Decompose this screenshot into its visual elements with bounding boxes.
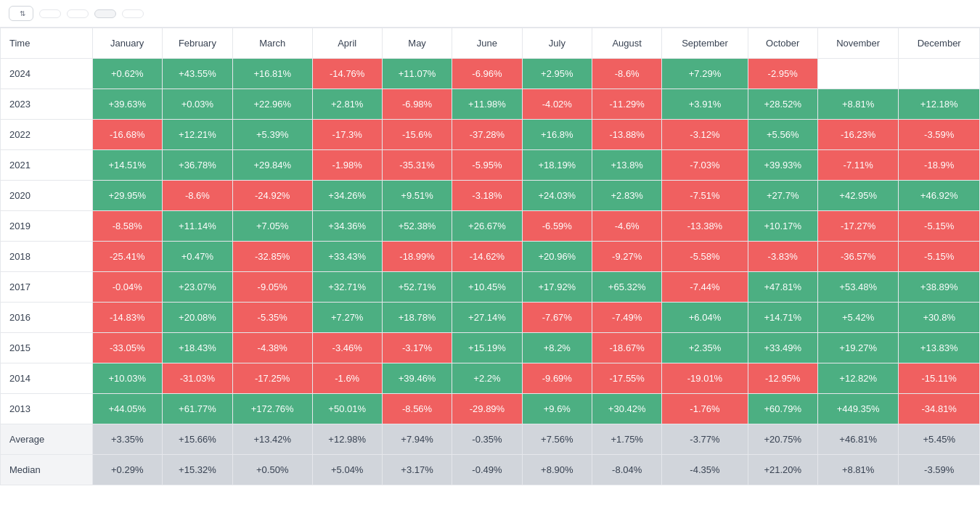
table-cell: -36.57%: [817, 242, 899, 272]
table-cell: +5.39%: [232, 120, 312, 150]
table-cell: -9.27%: [592, 242, 662, 272]
table-cell: -14.62%: [452, 242, 522, 272]
cell-value: -25.41%: [93, 242, 162, 271]
cell-value: +33.43%: [313, 242, 382, 271]
cell-value: +12.98%: [313, 424, 382, 454]
table-cell: +1.75%: [592, 424, 662, 455]
table-cell: +12.98%: [312, 424, 382, 455]
tab-quarterly[interactable]: [122, 9, 144, 18]
cell-value: +11.14%: [163, 211, 232, 241]
cell-value: +27.14%: [452, 303, 521, 332]
cell-value: +43.55%: [163, 59, 232, 89]
table-cell: -7.11%: [817, 150, 899, 181]
cell-value: +12.82%: [818, 363, 899, 393]
cell-value: +2.81%: [313, 89, 382, 119]
cell-value: -14.83%: [93, 303, 162, 332]
cell-value: +5.39%: [233, 120, 312, 149]
cell-value: +18.78%: [383, 303, 452, 332]
table-cell: -34.81%: [899, 394, 980, 424]
row-year-2020: 2020: [1, 181, 93, 211]
cell-value: +65.32%: [592, 272, 661, 302]
table-cell: +19.27%: [817, 333, 899, 363]
table-cell: +11.14%: [162, 211, 232, 242]
table-cell: -6.98%: [382, 89, 452, 120]
table-cell: +43.55%: [162, 59, 232, 89]
table-cell: +449.35%: [817, 394, 899, 424]
table-cell: +5.56%: [748, 120, 817, 150]
table-cell: +0.62%: [92, 59, 162, 89]
table-cell: +27.14%: [452, 303, 522, 333]
col-header-april: April: [312, 28, 382, 59]
cell-value: +22.96%: [233, 89, 312, 119]
table-cell: -25.41%: [92, 242, 162, 272]
table-cell: -37.28%: [452, 120, 522, 150]
cell-value: +12.21%: [163, 120, 232, 149]
table-cell: +26.67%: [452, 211, 522, 242]
cell-value: +18.43%: [163, 333, 232, 363]
table-cell: -5.58%: [662, 242, 748, 272]
table-cell: -16.68%: [92, 120, 162, 150]
table-cell: +16.8%: [522, 120, 592, 150]
cell-value: -24.92%: [233, 181, 312, 210]
table-header-row: TimeJanuaryFebruaryMarchAprilMayJuneJuly…: [1, 28, 980, 59]
table-cell: +27.7%: [748, 181, 817, 211]
cell-value: -16.68%: [93, 120, 162, 149]
table-cell: -9.69%: [522, 363, 592, 394]
table-cell: -8.04%: [592, 455, 662, 485]
table-cell: [899, 59, 980, 89]
table-cell: -8.56%: [382, 394, 452, 424]
table-cell: +65.32%: [592, 272, 662, 303]
table-cell: -3.46%: [312, 333, 382, 363]
table-row: 2018-25.41%+0.47%-32.85%+33.43%-18.99%-1…: [1, 242, 980, 272]
cell-value: +38.89%: [899, 272, 979, 302]
col-header-may: May: [382, 28, 452, 59]
cell-value: -4.02%: [523, 89, 592, 119]
cell-value: -7.03%: [662, 150, 747, 180]
table-cell: -24.92%: [232, 181, 312, 211]
table-cell: +52.38%: [382, 211, 452, 242]
tab-monthly[interactable]: [94, 9, 116, 18]
cell-value: +7.29%: [662, 59, 747, 89]
table-cell: +12.21%: [162, 120, 232, 150]
table-cell: +28.52%: [748, 89, 817, 120]
cell-value: -3.18%: [452, 181, 521, 210]
table-cell: +2.81%: [312, 89, 382, 120]
table-cell: -12.95%: [748, 363, 817, 394]
cell-value: -19.01%: [662, 363, 747, 393]
table-cell: +17.92%: [522, 272, 592, 303]
table-row: 2019-8.58%+11.14%+7.05%+34.36%+52.38%+26…: [1, 211, 980, 242]
table-cell: +11.98%: [452, 89, 522, 120]
table-cell: +21.20%: [748, 455, 817, 485]
cell-value: -17.55%: [592, 363, 661, 393]
cell-value: -18.9%: [899, 150, 979, 180]
table-cell: -3.18%: [452, 181, 522, 211]
row-year-2013: 2013: [1, 394, 93, 424]
cell-value: +13.42%: [233, 424, 312, 454]
table-cell: -11.29%: [592, 89, 662, 120]
cell-value: -6.98%: [383, 89, 452, 119]
table-cell: +8.81%: [817, 455, 899, 485]
cell-value: -4.35%: [662, 455, 747, 485]
cell-value: +19.27%: [818, 333, 899, 363]
table-cell: -1.76%: [662, 394, 748, 424]
cell-value: -1.76%: [662, 394, 747, 424]
cell-value: -29.89%: [452, 394, 521, 424]
cell-value: -17.25%: [233, 363, 312, 393]
table-cell: +60.79%: [748, 394, 817, 424]
table-row: 2024+0.62%+43.55%+16.81%-14.76%+11.07%-6…: [1, 59, 980, 89]
table-cell: -8.58%: [92, 211, 162, 242]
cell-value: +2.2%: [452, 363, 521, 393]
asset-selector[interactable]: ⇅: [9, 6, 33, 21]
table-cell: -13.38%: [662, 211, 748, 242]
table-cell: +44.05%: [92, 394, 162, 424]
chevron-icon: ⇅: [20, 9, 25, 17]
table-cell: +32.71%: [312, 272, 382, 303]
cell-value: -15.11%: [899, 363, 979, 393]
table-cell: -19.01%: [662, 363, 748, 394]
table-cell: +18.78%: [382, 303, 452, 333]
tab-weekly[interactable]: [67, 9, 89, 18]
col-header-august: August: [592, 28, 662, 59]
tab-daily[interactable]: [39, 9, 61, 18]
cell-value: -7.51%: [662, 181, 747, 210]
cell-value: +30.8%: [899, 303, 979, 332]
